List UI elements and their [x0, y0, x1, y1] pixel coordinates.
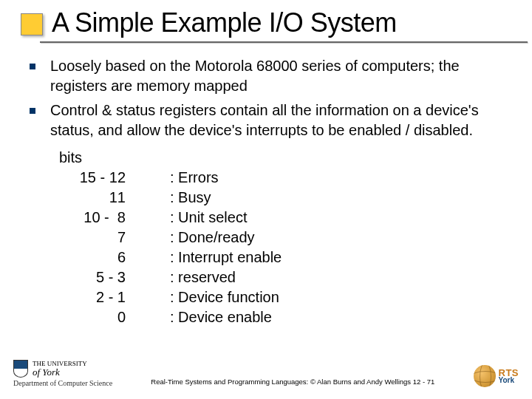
slide-title: A Simple Example I/O System — [52, 7, 510, 38]
title-accent-box — [21, 13, 43, 35]
bit-desc: : Done/ready — [170, 228, 255, 248]
bit-range: 10 - 8 — [59, 208, 170, 228]
bit-row: 0 : Device enable — [59, 307, 510, 327]
bullet-item: Control & status registers contain all t… — [30, 100, 510, 140]
bit-table: bits 15 - 12 : Errors 11 : Busy 10 - 8 :… — [59, 148, 510, 327]
title-underline — [40, 41, 528, 43]
bit-desc: : reserved — [170, 267, 236, 287]
footer-credit: Real-Time Systems and Programming Langua… — [120, 378, 466, 386]
bit-desc: : Device enable — [170, 307, 272, 327]
bit-range: 15 - 12 — [59, 168, 170, 188]
bit-range: 6 — [59, 248, 170, 267]
rts-text: RTS York — [499, 369, 519, 384]
rts-logo: RTS York — [474, 365, 519, 387]
university-name: THE UNIVERSITY of York — [33, 361, 87, 377]
uni-line2: of York — [33, 367, 87, 377]
shield-icon — [13, 360, 28, 378]
bit-row: 15 - 12 : Errors — [59, 168, 510, 188]
bit-row: 2 - 1 : Device function — [59, 287, 510, 307]
bit-row: 7 : Done/ready — [59, 228, 510, 248]
bullet-item: Loosely based on the Motorola 68000 seri… — [30, 56, 510, 96]
bit-desc: : Interrupt enable — [170, 248, 282, 267]
footer-left: THE UNIVERSITY of York Department of Com… — [13, 360, 112, 387]
bit-range: 11 — [59, 188, 170, 208]
bit-desc: : Unit select — [170, 208, 247, 228]
bit-range: 7 — [59, 228, 170, 248]
bit-header: bits — [59, 148, 510, 168]
bit-range: 0 — [59, 307, 170, 327]
university-logo: THE UNIVERSITY of York — [13, 360, 87, 378]
bit-desc: : Busy — [170, 188, 211, 208]
bit-row: 10 - 8 : Unit select — [59, 208, 510, 228]
york-label: York — [499, 377, 519, 383]
bit-desc: : Device function — [170, 287, 279, 307]
slide-footer: THE UNIVERSITY of York Department of Com… — [0, 360, 532, 387]
bullet-text: Loosely based on the Motorola 68000 seri… — [50, 56, 510, 96]
department-name: Department of Computer Science — [13, 379, 112, 387]
bit-desc: : Errors — [170, 168, 219, 188]
slide-body: Loosely based on the Motorola 68000 seri… — [30, 56, 510, 327]
bit-range: 2 - 1 — [59, 287, 170, 307]
bit-range: 5 - 3 — [59, 267, 170, 287]
bit-row: 11 : Busy — [59, 188, 510, 208]
globe-icon — [474, 365, 496, 387]
bullet-icon — [30, 108, 35, 114]
bullet-icon — [30, 64, 35, 69]
bullet-text: Control & status registers contain all t… — [50, 100, 510, 140]
bit-row: 6 : Interrupt enable — [59, 248, 510, 267]
slide: A Simple Example I/O System Loosely base… — [0, 0, 532, 399]
bit-row: 5 - 3 : reserved — [59, 267, 510, 287]
